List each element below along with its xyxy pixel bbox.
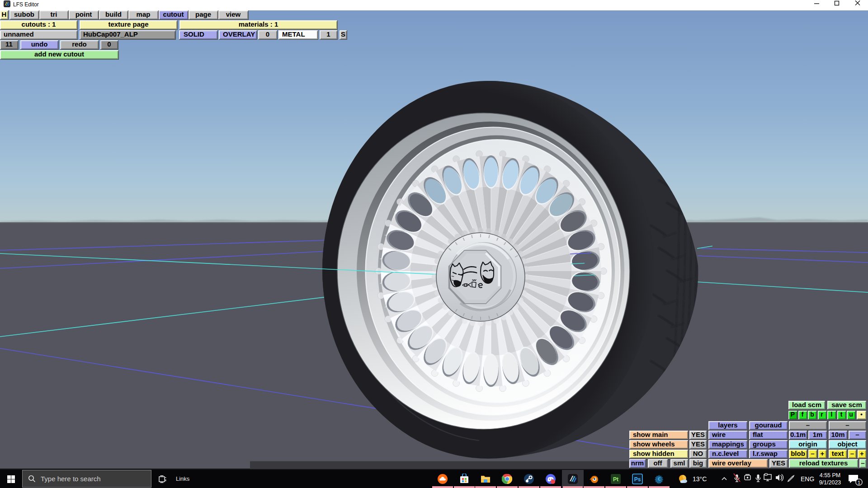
svg-text:Pt: Pt xyxy=(613,476,618,483)
svg-text:Ps: Ps xyxy=(634,476,641,483)
svg-text:1: 1 xyxy=(858,480,860,485)
svg-text:€: € xyxy=(658,476,660,482)
